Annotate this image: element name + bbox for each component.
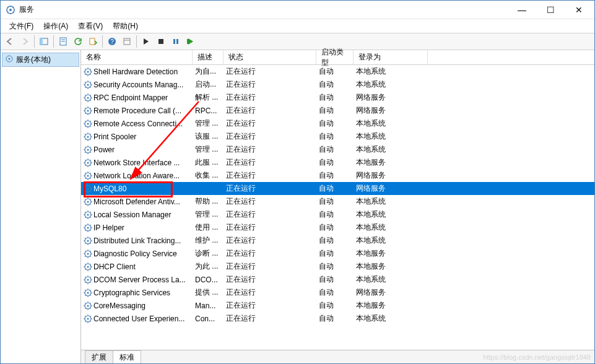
service-row[interactable]: Security Accounts Manag...启动...正在运行自动本地系…: [81, 78, 594, 91]
svg-rect-10: [124, 38, 130, 45]
menu-file[interactable]: 文件(F): [4, 20, 38, 33]
stop-service-button[interactable]: [154, 35, 168, 48]
service-row[interactable]: Power管理 ...正在运行自动本地系统: [81, 143, 594, 156]
cell-desc: 此服 ...: [193, 157, 224, 168]
service-row[interactable]: Distributed Link Tracking...维护 ...正在运行自动…: [81, 234, 594, 247]
svg-rect-14: [176, 39, 178, 44]
pause-service-button[interactable]: [169, 35, 183, 48]
svg-rect-7: [90, 38, 95, 45]
service-row[interactable]: Connected User Experien...Con...正在运行自动本地…: [81, 312, 594, 325]
service-row[interactable]: Network Store Interface ...此服 ...正在运行自动本…: [81, 156, 594, 169]
service-row[interactable]: Remote Procedure Call (...RPC...正在运行自动网络…: [81, 104, 594, 117]
cell-name: Distributed Link Tracking...: [81, 236, 193, 245]
svg-point-21: [87, 84, 89, 85]
tree-root-services-local[interactable]: 服务(本地): [2, 53, 79, 67]
svg-point-41: [87, 214, 89, 215]
col-header-desc[interactable]: 描述: [193, 50, 224, 64]
svg-text:?: ?: [110, 38, 114, 45]
service-row[interactable]: Shell Hardware Detection为自...正在运行自动本地系统: [81, 65, 594, 78]
cell-desc: 使用 ...: [193, 222, 224, 233]
cell-status: 正在运行: [224, 66, 316, 77]
cell-desc: 解析 ...: [193, 92, 224, 103]
cell-name: Connected User Experien...: [81, 314, 193, 323]
cell-desc: DCO...: [193, 275, 224, 284]
service-row[interactable]: Diagnostic Policy Service诊断 ...正在运行自动本地服…: [81, 247, 594, 260]
service-row[interactable]: MySQL80正在运行自动网络服务: [81, 182, 594, 195]
cell-startup: 自动: [316, 183, 354, 194]
service-row[interactable]: Network Location Aware...收集 ...正在运行自动网络服…: [81, 169, 594, 182]
cell-status: 正在运行: [224, 209, 316, 220]
service-row[interactable]: DCOM Server Process La...DCO...正在运行自动本地系…: [81, 273, 594, 286]
cell-status: 正在运行: [224, 300, 316, 311]
nav-forward-button[interactable]: [18, 35, 32, 48]
cell-name: Network Location Aware...: [81, 171, 193, 180]
svg-rect-13: [173, 39, 175, 44]
title-bar: 服务 — ☐ ✕: [1, 1, 594, 19]
menu-help[interactable]: 帮助(H): [108, 20, 143, 33]
svg-point-43: [87, 227, 89, 228]
cell-status: 正在运行: [224, 92, 316, 103]
service-row[interactable]: Remote Access Connecti...管理 ...正在运行自动本地系…: [81, 117, 594, 130]
tab-standard[interactable]: 标准: [113, 350, 141, 364]
start-service-button[interactable]: [139, 35, 153, 48]
list-pane: 名称 描述 状态 启动类型 登录为 Shell Hardware Detecti…: [81, 50, 594, 363]
cell-startup: 自动: [316, 235, 354, 246]
col-header-name[interactable]: 名称: [81, 50, 193, 64]
cell-logon: 本地系统: [354, 118, 428, 129]
nav-back-button[interactable]: [3, 35, 17, 48]
cell-desc: 该服 ...: [193, 131, 224, 142]
cell-logon: 本地服务: [354, 248, 428, 259]
svg-point-37: [87, 188, 89, 189]
col-header-logon[interactable]: 登录为: [354, 50, 428, 64]
cell-status: 正在运行: [224, 183, 316, 194]
svg-point-45: [87, 240, 89, 241]
column-headers: 名称 描述 状态 启动类型 登录为: [81, 50, 594, 65]
cell-status: 正在运行: [224, 261, 316, 272]
cell-logon: 本地系统: [354, 66, 428, 77]
cell-status: 正在运行: [224, 170, 316, 181]
cell-logon: 本地系统: [354, 222, 428, 233]
cell-startup: 自动: [316, 222, 354, 233]
close-button[interactable]: ✕: [565, 1, 593, 19]
cell-startup: 自动: [316, 170, 354, 181]
service-row[interactable]: RPC Endpoint Mapper解析 ...正在运行自动网络服务: [81, 91, 594, 104]
service-row[interactable]: Microsoft Defender Antiv...帮助 ...正在运行自动本…: [81, 195, 594, 208]
cell-startup: 自动: [316, 118, 354, 129]
col-header-startup[interactable]: 启动类型: [316, 50, 354, 64]
service-row[interactable]: CoreMessagingMan...正在运行自动本地服务: [81, 299, 594, 312]
cell-logon: 本地系统: [354, 144, 428, 155]
cell-desc: 启动...: [193, 79, 224, 90]
menu-view[interactable]: 查看(V): [73, 20, 108, 33]
tab-extended[interactable]: 扩展: [85, 350, 113, 364]
service-row[interactable]: IP Helper使用 ...正在运行自动本地系统: [81, 221, 594, 234]
col-header-status[interactable]: 状态: [224, 50, 316, 64]
services-list[interactable]: Shell Hardware Detection为自...正在运行自动本地系统S…: [81, 65, 594, 350]
service-row[interactable]: Cryptographic Services提供 ...正在运行自动网络服务: [81, 286, 594, 299]
minimize-button[interactable]: —: [508, 1, 536, 19]
menu-action[interactable]: 操作(A): [38, 20, 73, 33]
cell-desc: Con...: [193, 314, 224, 323]
service-row[interactable]: Print Spooler该服 ...正在运行自动本地系统: [81, 130, 594, 143]
cell-desc: 管理 ...: [193, 209, 224, 220]
cell-desc: RPC...: [193, 106, 224, 115]
cell-desc: Man...: [193, 301, 224, 310]
service-row[interactable]: DHCP Client为此 ...正在运行自动本地服务: [81, 260, 594, 273]
toolbar-icon-button[interactable]: [120, 35, 134, 48]
maximize-button[interactable]: ☐: [536, 1, 565, 19]
cell-startup: 自动: [316, 92, 354, 103]
cell-startup: 自动: [316, 196, 354, 207]
cell-desc: 为此 ...: [193, 261, 224, 272]
service-row[interactable]: Local Session Manager管理 ...正在运行自动本地系统: [81, 208, 594, 221]
refresh-button[interactable]: [71, 35, 85, 48]
cell-logon: 网络服务: [354, 170, 428, 181]
cell-name: IP Helper: [81, 223, 193, 232]
cell-desc: 收集 ...: [193, 170, 224, 181]
restart-service-button[interactable]: [184, 35, 198, 48]
cell-startup: 自动: [316, 157, 354, 168]
properties-button[interactable]: [56, 35, 70, 48]
show-hide-tree-button[interactable]: [37, 35, 51, 48]
export-list-button[interactable]: [86, 35, 100, 48]
cell-name: Power: [81, 145, 193, 154]
help-button[interactable]: ?: [105, 35, 119, 48]
cell-name: DCOM Server Process La...: [81, 275, 193, 284]
